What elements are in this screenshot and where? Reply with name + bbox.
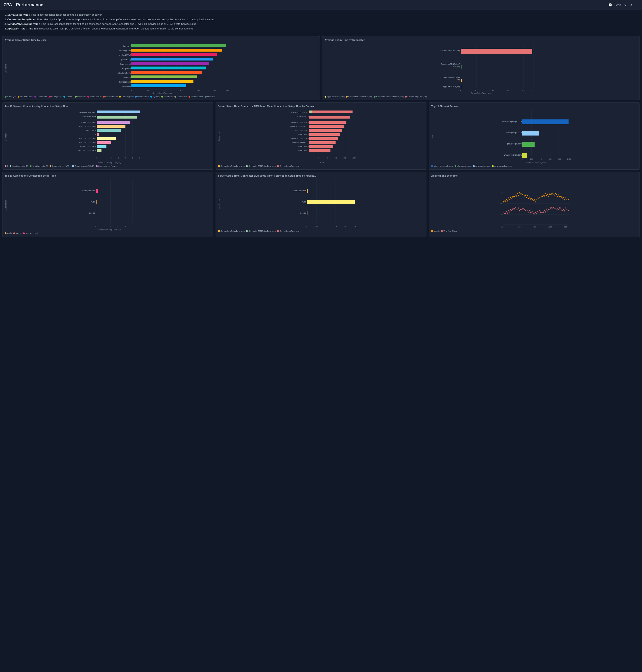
x-axis-label-2: ServerSetupTime_avg bbox=[324, 92, 637, 94]
svg-text:shadowettevh: shadowettevh bbox=[118, 72, 131, 74]
svg-text:40: 40 bbox=[501, 202, 503, 204]
svg-text:800: 800 bbox=[558, 158, 561, 160]
svg-rect-66 bbox=[97, 116, 137, 119]
svg-rect-82 bbox=[97, 149, 101, 152]
svg-text:15k: 15k bbox=[334, 225, 337, 227]
svg-text:On prem Connector 5: On prem Connector 5 bbox=[79, 141, 96, 143]
svg-text:5: 5 bbox=[132, 225, 133, 227]
svg-rect-72 bbox=[97, 129, 120, 132]
time-label[interactable]: -24h bbox=[615, 3, 621, 6]
svg-text:25k: 25k bbox=[354, 225, 356, 227]
svg-text:Test App Block: Test App Block bbox=[293, 189, 307, 192]
bar-chart-svg-4: Connector on Azure 1 Connector on Azure … bbox=[221, 109, 424, 161]
svg-text:On prem Connector 12: On prem Connector 12 bbox=[291, 125, 309, 127]
x-axis-label-6: ConnectionSetupTime_avg bbox=[8, 228, 211, 231]
y-axis-label-1: Username bbox=[5, 64, 7, 73]
svg-text:Connector on Azure 1: Connector on Azure 1 bbox=[79, 111, 97, 114]
bar-chart-svg-2: ServerSetupTime_avg ConnectorZENSetupT i… bbox=[324, 43, 637, 92]
svg-text:On prem Connector 2: On prem Connector 2 bbox=[79, 137, 96, 139]
avg-setup-connector-chart: Average Setup Time by Connector ServerSe… bbox=[322, 36, 640, 100]
svg-text:1: 1 bbox=[103, 157, 104, 159]
bar-chart-svg-1: jahnzyt7 knotaniggaoy keisha4569zf parca… bbox=[8, 43, 318, 92]
refresh-icon[interactable]: ↻ bbox=[624, 3, 627, 6]
svg-rect-114 bbox=[309, 141, 335, 144]
filter-icon[interactable]: ⚗ bbox=[630, 3, 632, 6]
svg-text:ConnectionSetupTime: ConnectionSetupTime bbox=[440, 76, 460, 79]
svg-text:0: 0 bbox=[95, 133, 97, 135]
svg-text:20: 20 bbox=[501, 213, 503, 215]
svg-text:0: 0 bbox=[460, 90, 462, 92]
svg-text:5,000: 5,000 bbox=[314, 225, 318, 227]
svg-text:google: google bbox=[89, 212, 95, 214]
bar-chart-svg-6: Test App Block Audit google 0 1 2 3 4 5 … bbox=[8, 179, 211, 228]
svg-text:100: 100 bbox=[475, 90, 478, 92]
info-item-1: 1. ServerSetupTime : Time in microsecond… bbox=[4, 13, 638, 17]
svg-rect-46 bbox=[461, 79, 462, 82]
svg-text:12:00: 12:00 bbox=[517, 226, 521, 228]
svg-text:21: 21 bbox=[307, 117, 308, 119]
svg-text:200: 200 bbox=[163, 90, 166, 92]
svg-text:www.ipchicken.com: www.ipchicken.com bbox=[504, 154, 522, 156]
chart-title-6: Top 10 Applications Connection Setup Tim… bbox=[5, 174, 211, 177]
svg-rect-76 bbox=[97, 137, 116, 140]
svg-rect-70 bbox=[97, 125, 125, 128]
legend-3: 0 App Connector 29 App Connector 91 Conn… bbox=[5, 165, 211, 167]
svg-text:On prem Connector 6: On prem Connector 6 bbox=[291, 121, 308, 123]
timeseries-svg: 80 60 40 20 0 6:00 bbox=[431, 179, 637, 228]
svg-rect-155 bbox=[95, 200, 97, 204]
svg-text:5: 5 bbox=[132, 157, 133, 159]
svg-text:Gabhornm9: Gabhornm9 bbox=[120, 63, 131, 65]
svg-text:_avg: _avg bbox=[456, 79, 460, 81]
svg-rect-97 bbox=[309, 110, 352, 113]
svg-text:200: 200 bbox=[490, 90, 494, 92]
svg-rect-19 bbox=[131, 71, 202, 74]
chart-title-5: Top 10 Slowest Servers bbox=[431, 105, 637, 108]
svg-text:ConnectorZENSetupT: ConnectorZENSetupT bbox=[440, 63, 460, 65]
svg-rect-174 bbox=[307, 200, 355, 204]
svg-rect-106 bbox=[309, 125, 344, 128]
svg-text:800: 800 bbox=[343, 157, 346, 159]
svg-text:kanystr6n: kanystr6n bbox=[122, 67, 131, 70]
svg-rect-153 bbox=[95, 189, 98, 193]
chart-title-3: Top 10 Slowest Connectors by Connection … bbox=[5, 105, 211, 108]
bar-chart-svg-7: Test App Block Audit google 0 5,000 10k … bbox=[221, 179, 424, 228]
svg-rect-40 bbox=[461, 49, 532, 54]
row-3: Top 10 Applications Connection Setup Tim… bbox=[2, 172, 640, 237]
svg-text:300: 300 bbox=[180, 90, 183, 92]
main-content: Average Server Setup Time by User Userna… bbox=[0, 34, 642, 239]
svg-text:Policy Connector 1: Policy Connector 1 bbox=[81, 121, 97, 123]
legend-1: Cheney00 eternalrouteen Gabhornm9 hameja… bbox=[5, 95, 318, 98]
y-axis-label-6: Application bbox=[5, 200, 7, 210]
svg-rect-132 bbox=[522, 119, 569, 124]
legend-8: google Test App Block bbox=[431, 230, 637, 232]
y-axis-label-7: Application bbox=[218, 199, 220, 209]
svg-text:600: 600 bbox=[334, 157, 337, 159]
svg-text:4: 4 bbox=[125, 225, 126, 227]
svg-text:0: 0 bbox=[522, 158, 523, 160]
svg-text:play.google.com: play.google.com bbox=[507, 143, 522, 145]
info-item-2: 2. ConnectionSetupTime : Time taken by t… bbox=[4, 17, 638, 22]
svg-text:100: 100 bbox=[146, 90, 150, 92]
chart-title-2: Average Setup Time by Connector bbox=[324, 39, 637, 41]
svg-rect-112 bbox=[309, 137, 338, 140]
apps-over-time-chart: Applications over time 80 60 40 20 0 bbox=[429, 172, 640, 237]
more-icon[interactable]: ⋮ bbox=[635, 3, 639, 6]
svg-rect-9 bbox=[131, 49, 222, 52]
svg-text:Sumo Logic 5: Sumo Logic 5 bbox=[297, 133, 308, 135]
svg-text:1,000: 1,000 bbox=[567, 158, 571, 160]
chart-title-1: Average Server Setup Time by User bbox=[5, 39, 318, 41]
svg-text:3: 3 bbox=[117, 225, 118, 227]
chart-title-8: Applications over time bbox=[431, 174, 637, 177]
info-item-3: 3. ConnectorZENSetupTime : Time in micro… bbox=[4, 22, 638, 26]
svg-text:Policy Connector 54: Policy Connector 54 bbox=[80, 145, 97, 147]
svg-text:1,000: 1,000 bbox=[351, 157, 356, 159]
svg-text:0: 0 bbox=[95, 225, 96, 227]
header: ZPA - Performance 🕐 -24h ↻ ⚗ ⋮ bbox=[0, 0, 642, 10]
server-zen-conn-by-app-chart: Server Setup Time, Connector ZEN Setup T… bbox=[216, 172, 427, 237]
svg-rect-15 bbox=[131, 62, 209, 65]
svg-text:nyten1h: nyten1h bbox=[124, 76, 131, 79]
svg-text:Connector on Azure 1: Connector on Azure 1 bbox=[291, 111, 309, 114]
legend-2: AppLearnTime_avg ConnectionSetupTime_avg… bbox=[324, 95, 637, 98]
svg-rect-74 bbox=[97, 133, 99, 136]
svg-rect-108 bbox=[309, 129, 342, 132]
